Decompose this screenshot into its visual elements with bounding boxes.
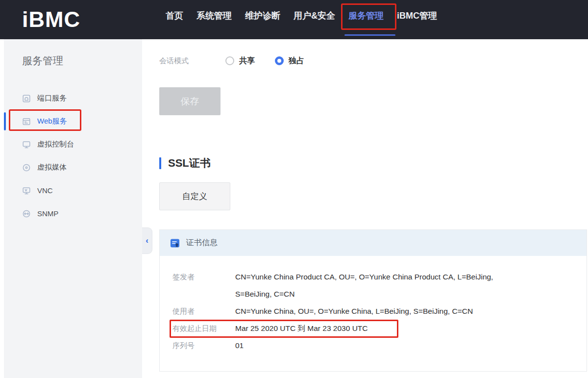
nav-tab-user-security[interactable]: 用户&安全 [294, 10, 335, 22]
nav-tab-service-active[interactable]: 服务管理 [348, 10, 384, 22]
app-logo: iBMC [22, 0, 80, 39]
virtual-media-icon [22, 163, 31, 172]
certificate-panel-title: 证书信息 [186, 238, 218, 248]
session-mode-row: 会话模式 共享 独占 [159, 51, 304, 70]
nav-tab-system[interactable]: 系统管理 [196, 10, 232, 22]
active-tab-underline [344, 34, 395, 36]
certificate-icon [170, 238, 180, 248]
nav-tab-maintenance[interactable]: 维护诊断 [245, 10, 280, 22]
radio-option-exclusive[interactable]: 独占 [275, 56, 304, 66]
main-content: 会话模式 共享 独占 保存 SSL证书 自定义 证书信息 签发者 [142, 39, 588, 378]
sidebar-item-web-service[interactable]: Web服务 [4, 110, 142, 133]
radio-option-shared[interactable]: 共享 [225, 56, 255, 66]
snmp-icon [22, 209, 31, 218]
section-accent-bar [159, 157, 161, 169]
main-nav: 首页 系统管理 维护诊断 用户&安全 服务管理 iBMC管理 [166, 7, 437, 25]
ssl-section-title: SSL证书 [159, 156, 211, 171]
sidebar-item-label: 虚拟媒体 [37, 163, 67, 172]
radio-checked-icon [275, 56, 284, 65]
session-mode-label: 会话模式 [159, 56, 225, 66]
certificate-panel-header: 证书信息 [160, 230, 587, 256]
nav-tab-home[interactable]: 首页 [166, 10, 183, 22]
sidebar-item-snmp[interactable]: SNMP [4, 202, 142, 225]
radio-unchecked-icon [225, 56, 234, 65]
nav-tab-ibmc[interactable]: iBMC管理 [397, 10, 437, 22]
sidebar-collapse-button[interactable]: ‹ [142, 227, 152, 254]
sidebar-item-label: 端口服务 [37, 94, 67, 103]
cert-row-serial: 序列号 01 [172, 337, 577, 354]
save-button[interactable]: 保存 [159, 87, 220, 115]
vnc-icon [22, 186, 31, 195]
sidebar-item-label: 虚拟控制台 [37, 140, 74, 149]
cert-row-issuer: 签发者 CN=Yunke China Product CA, OU=, O=Yu… [172, 268, 577, 302]
certificate-details: 签发者 CN=Yunke China Product CA, OU=, O=Yu… [160, 256, 587, 354]
web-service-icon [22, 117, 31, 126]
sidebar-item-virtual-media[interactable]: 虚拟媒体 [4, 156, 142, 179]
cert-row-subject: 使用者 CN=Yunke China, OU=, O=Yunke China, … [172, 302, 577, 320]
customize-button[interactable]: 自定义 [159, 182, 230, 210]
sidebar-item-vnc[interactable]: VNC [4, 179, 142, 202]
sidebar-item-label: VNC [37, 186, 53, 195]
sidebar-item-label: SNMP [37, 209, 58, 218]
certificate-panel: 证书信息 签发者 CN=Yunke China Product CA, OU=,… [159, 229, 587, 372]
port-service-icon [22, 94, 31, 103]
sidebar-menu: 端口服务 Web服务 虚拟控制台 虚拟媒体 [4, 87, 142, 225]
chevron-left-icon: ‹ [146, 236, 148, 246]
cert-row-validity: 有效起止日期 Mar 25 2020 UTC 到 Mar 23 2030 UTC [172, 320, 577, 337]
sidebar-item-label: Web服务 [37, 117, 67, 126]
sidebar-item-port-service[interactable]: 端口服务 [4, 87, 142, 110]
virtual-console-icon [22, 140, 31, 149]
sidebar-title: 服务管理 [22, 54, 63, 68]
sidebar-item-virtual-console[interactable]: 虚拟控制台 [4, 133, 142, 156]
topbar: iBMC 首页 系统管理 维护诊断 用户&安全 服务管理 iBMC管理 [0, 0, 588, 39]
sidebar: 服务管理 端口服务 Web服务 虚拟控制台 [4, 39, 142, 378]
